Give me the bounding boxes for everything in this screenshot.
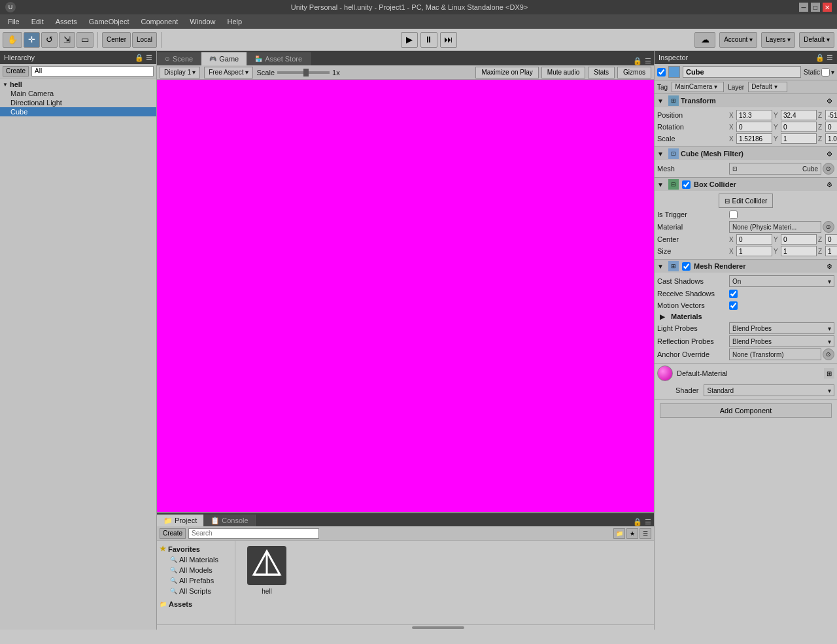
- collider-enable-checkbox[interactable]: [682, 180, 691, 189]
- fav-all-scripts[interactable]: 🔍 All Scripts: [160, 586, 232, 596]
- tab-asset-store[interactable]: 🏪 Asset Store: [247, 52, 311, 65]
- maximize-on-play-btn[interactable]: Maximize on Play: [475, 67, 538, 78]
- tab-scene[interactable]: ⊙ Scene: [157, 52, 201, 65]
- pos-x-input[interactable]: [736, 110, 772, 120]
- menu-component[interactable]: Component: [135, 16, 183, 27]
- aspect-dropdown[interactable]: Free Aspect ▾: [204, 67, 252, 78]
- mesh-dropdown[interactable]: ⊡ Cube: [729, 163, 821, 175]
- hier-item-directional-light[interactable]: Directional Light: [0, 98, 156, 107]
- motion-vectors-checkbox[interactable]: [729, 301, 738, 310]
- tab-game[interactable]: 🎮 Game: [201, 52, 247, 65]
- project-folder-btn[interactable]: 📁: [613, 528, 625, 539]
- center-y-input[interactable]: [781, 234, 817, 245]
- play-button[interactable]: ▶: [401, 32, 418, 48]
- inspector-menu-icon[interactable]: ☰: [827, 54, 833, 62]
- hier-item-hell[interactable]: ▼ hell: [0, 80, 156, 89]
- tab-menu-icon[interactable]: ☰: [645, 57, 651, 65]
- static-check[interactable]: Static ▾: [804, 68, 834, 76]
- project-search[interactable]: [188, 528, 319, 539]
- h-scroll-thumb[interactable]: [412, 626, 464, 629]
- layer-dropdown[interactable]: Default ▾: [748, 82, 787, 92]
- tool-scale[interactable]: ⇲: [59, 32, 75, 48]
- fav-all-models[interactable]: 🔍 All Models: [160, 565, 232, 575]
- scale-x-input[interactable]: [736, 133, 772, 144]
- minimize-button[interactable]: ─: [799, 3, 808, 12]
- anchor-override-select-btn[interactable]: ⊙: [823, 348, 834, 360]
- mesh-filter-settings-btn[interactable]: ⚙: [824, 148, 834, 159]
- renderer-settings-btn[interactable]: ⚙: [824, 261, 834, 271]
- mute-audio-btn[interactable]: Mute audio: [541, 67, 585, 78]
- menu-edit[interactable]: Edit: [26, 16, 49, 27]
- menu-assets[interactable]: Assets: [50, 16, 82, 27]
- project-list-btn[interactable]: ☰: [640, 528, 651, 539]
- layers-dropdown[interactable]: Layers ▾: [761, 32, 795, 48]
- tab-console[interactable]: 📋 Console: [204, 515, 255, 526]
- project-lock-icon[interactable]: 🔒: [633, 518, 642, 526]
- rot-y-input[interactable]: [781, 122, 817, 132]
- close-button[interactable]: ✕: [823, 3, 832, 12]
- mesh-select-btn[interactable]: ⊙: [823, 163, 834, 175]
- cloud-button[interactable]: ☁: [694, 32, 715, 48]
- gizmos-btn[interactable]: Gizmos: [617, 67, 651, 78]
- mesh-renderer-header[interactable]: ▼ ⊞ Mesh Renderer ⚙: [655, 260, 837, 273]
- scale-thumb[interactable]: [303, 69, 309, 76]
- transform-settings-btn[interactable]: ⚙: [824, 95, 834, 106]
- hierarchy-menu-icon[interactable]: ☰: [146, 54, 152, 62]
- static-checkbox[interactable]: [821, 68, 830, 76]
- step-button[interactable]: ⏭: [440, 32, 457, 48]
- stats-btn[interactable]: Stats: [588, 67, 615, 78]
- inspector-lock-icon[interactable]: 🔒: [815, 54, 825, 62]
- pause-button[interactable]: ⏸: [420, 32, 437, 48]
- project-favorite-btn[interactable]: ★: [626, 528, 638, 539]
- pos-z-input[interactable]: [825, 110, 837, 120]
- tool-move[interactable]: ✛: [24, 32, 40, 48]
- menu-window[interactable]: Window: [184, 16, 220, 27]
- object-active-checkbox[interactable]: [657, 68, 666, 76]
- material-select-btn[interactable]: ⊞: [824, 368, 834, 379]
- hier-item-cube[interactable]: Cube: [0, 107, 156, 116]
- scale-y-input[interactable]: [781, 133, 817, 144]
- center-x-input[interactable]: [736, 234, 772, 245]
- tool-rotate[interactable]: ↺: [41, 32, 58, 48]
- horizontal-scrollbar[interactable]: [157, 624, 654, 630]
- object-color-swatch[interactable]: [668, 66, 680, 78]
- project-create-btn[interactable]: Create: [160, 528, 186, 539]
- center-button[interactable]: Center: [102, 32, 131, 48]
- transform-header[interactable]: ▼ ⊞ Transform ⚙: [655, 94, 837, 107]
- menu-gameobject[interactable]: GameObject: [84, 16, 135, 27]
- rot-z-input[interactable]: [825, 122, 837, 132]
- size-x-input[interactable]: [736, 246, 772, 256]
- reflection-probes-dropdown[interactable]: Blend Probes ▾: [729, 335, 834, 347]
- menu-help[interactable]: Help: [222, 16, 247, 27]
- edit-collider-btn[interactable]: ⊟ Edit Collider: [719, 194, 774, 208]
- size-y-input[interactable]: [781, 246, 817, 256]
- receive-shadows-checkbox[interactable]: [729, 290, 738, 298]
- scale-track[interactable]: [277, 71, 330, 74]
- asset-item-hell[interactable]: hell: [241, 546, 293, 595]
- hier-item-main-camera[interactable]: Main Camera: [0, 89, 156, 98]
- anchor-override-dropdown[interactable]: None (Transform): [729, 348, 821, 360]
- favorites-title[interactable]: ★ Favorites: [160, 543, 232, 554]
- hierarchy-search[interactable]: [31, 66, 154, 76]
- menu-file[interactable]: File: [3, 16, 25, 27]
- center-z-input[interactable]: [825, 234, 837, 245]
- tag-dropdown[interactable]: MainCamera ▾: [672, 82, 724, 92]
- collider-material-dropdown[interactable]: None (Physic Materi...: [729, 221, 821, 233]
- project-menu-icon[interactable]: ☰: [645, 518, 651, 526]
- cast-shadows-dropdown[interactable]: On ▾: [729, 275, 834, 287]
- tab-project[interactable]: 📁 Project: [157, 515, 204, 526]
- tool-hand[interactable]: ✋: [3, 32, 22, 48]
- fav-all-prefabs[interactable]: 🔍 All Prefabs: [160, 575, 232, 586]
- display-dropdown[interactable]: Display 1 ▾: [160, 67, 200, 78]
- is-trigger-checkbox[interactable]: [729, 211, 738, 219]
- collider-material-select-btn[interactable]: ⊙: [823, 221, 834, 233]
- box-collider-header[interactable]: ▼ ⊟ Box Collider ⚙: [655, 178, 837, 191]
- local-button[interactable]: Local: [132, 32, 157, 48]
- collider-settings-btn[interactable]: ⚙: [824, 179, 834, 190]
- shader-dropdown[interactable]: Standard ▾: [704, 384, 834, 396]
- scale-z-input[interactable]: [825, 133, 837, 144]
- rot-x-input[interactable]: [736, 122, 772, 132]
- maximize-button[interactable]: □: [811, 3, 820, 12]
- renderer-enable-checkbox[interactable]: [682, 262, 691, 271]
- hierarchy-lock-icon[interactable]: 🔒: [135, 54, 144, 62]
